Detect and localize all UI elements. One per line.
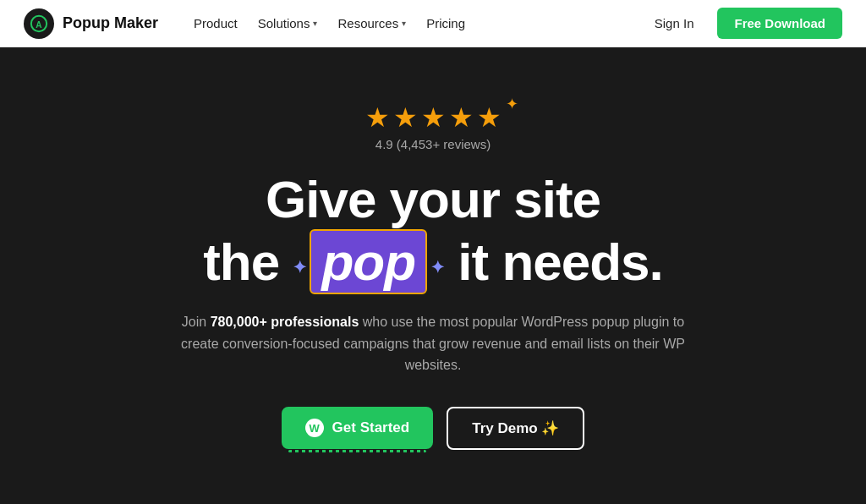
star-4: ★: [449, 101, 474, 134]
free-download-button[interactable]: Free Download: [717, 8, 842, 39]
navbar-right: Sign In Free Download: [644, 8, 842, 39]
nav-item-pricing[interactable]: Pricing: [418, 11, 474, 36]
svg-text:A: A: [36, 19, 42, 29]
star-3: ★: [421, 101, 446, 134]
navbar-left: A Popup Maker Product Solutions ▾ Resour…: [24, 8, 474, 39]
get-started-button[interactable]: W Get Started: [282, 407, 434, 449]
nav-links: Product Solutions ▾ Resources ▾ Pricing: [185, 11, 474, 36]
chevron-down-icon: ▾: [402, 19, 406, 28]
pop-word: pop: [310, 229, 427, 294]
sparkle-icon: ✦: [506, 95, 518, 113]
hero-section: ★ ★ ★ ★ ★ ✦ 4.9 (4,453+ reviews) Give yo…: [0, 47, 866, 504]
stars-row: ★ ★ ★ ★ ★ ✦: [365, 101, 502, 134]
rating-text: 4.9 (4,453+ reviews): [375, 137, 491, 151]
star-1: ★: [365, 101, 390, 134]
logo-icon: A: [24, 8, 54, 39]
star-5: ★: [477, 101, 502, 134]
nav-item-product[interactable]: Product: [185, 11, 246, 36]
logo-text: Popup Maker: [63, 14, 158, 32]
wordpress-icon: W: [305, 419, 324, 437]
cta-buttons: W Get Started Try Demo ✨: [282, 407, 585, 450]
sparkle-left-icon: ✦: [293, 258, 306, 277]
logo[interactable]: A Popup Maker: [24, 8, 158, 39]
nav-item-solutions[interactable]: Solutions ▾: [249, 11, 326, 36]
chevron-down-icon: ▾: [313, 19, 317, 28]
hero-subtext: Join 780,000+ professionals who use the …: [179, 311, 687, 376]
rating-section: ★ ★ ★ ★ ★ ✦ 4.9 (4,453+ reviews): [365, 101, 502, 151]
nav-item-resources[interactable]: Resources ▾: [329, 11, 414, 36]
star-2: ★: [393, 101, 418, 134]
sparkle-right-icon: ✦: [430, 258, 444, 277]
navbar: A Popup Maker Product Solutions ▾ Resour…: [0, 0, 866, 47]
try-demo-button[interactable]: Try Demo ✨: [447, 407, 584, 450]
signin-button[interactable]: Sign In: [644, 11, 704, 36]
hero-heading: Give your site the ✦pop✦ it needs.: [203, 170, 663, 294]
